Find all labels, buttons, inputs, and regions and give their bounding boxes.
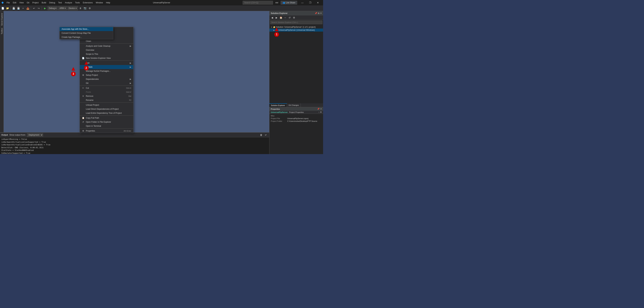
toolbar-publish[interactable]: 📤 <box>26 6 30 10</box>
menu-test[interactable]: Test <box>57 1 63 4</box>
ctx-open-terminal-label: Open in Terminal <box>86 125 131 127</box>
ctx-copy-path-icon: 📋 <box>82 117 84 119</box>
se-settings-button[interactable]: ⚙ <box>292 16 296 20</box>
submenu-associate-store[interactable]: Associate App with the Store... <box>60 27 113 31</box>
ctx-dependencies[interactable]: Dependencies ▶ <box>80 77 133 81</box>
ctx-setup[interactable]: ⚙ Setup Project <box>80 73 133 77</box>
ctx-open-terminal[interactable]: Open in Terminal <box>80 124 133 128</box>
ctx-setup-label: Setup Project <box>86 74 131 76</box>
props-pin-button[interactable]: 📌 <box>317 108 320 110</box>
maximize-button[interactable]: ❐ <box>306 0 314 5</box>
output-source-dropdown[interactable]: Deployment <box>27 133 43 137</box>
ctx-nuget[interactable]: Manage NuGet Packages... <box>80 69 133 73</box>
tab-solution-explorer[interactable]: Solution Explorer <box>269 103 287 107</box>
sidebar-item-server-explorer[interactable]: Server Explorer <box>0 12 3 26</box>
close-button[interactable]: ✕ <box>314 0 322 5</box>
toolbar-run[interactable]: ▶ <box>43 6 47 10</box>
se-search-input[interactable] <box>270 20 322 24</box>
ctx-properties[interactable]: ⚙ Properties Alt+Enter <box>80 129 133 133</box>
ctx-sep1 <box>80 43 133 44</box>
menu-view[interactable]: View <box>18 1 25 4</box>
tree-item-project[interactable]: ▶ 📦 UniversalFtpServer (Universal Window… <box>270 28 323 32</box>
live-share-icon: 👥 <box>282 1 285 4</box>
tab-git-changes[interactable]: Git Changes <box>287 103 301 107</box>
toolbar-new-project[interactable]: 📄 <box>1 6 5 10</box>
menu-tools[interactable]: Tools <box>74 1 81 4</box>
platform-dropdown[interactable]: ARM ▾ <box>58 6 67 10</box>
ctx-new-view[interactable]: 📄 New Solution Explorer View <box>80 56 133 60</box>
ctx-load-direct[interactable]: Load Direct Dependencies of Project <box>80 107 133 111</box>
se-close-button[interactable]: ✕ <box>320 12 322 14</box>
toolbar-save[interactable]: 💾 <box>12 6 16 10</box>
menu-window[interactable]: Window <box>94 1 104 4</box>
live-share-button[interactable]: 👥 Live Share <box>281 1 297 4</box>
props-controls: 📌 ✕ <box>317 108 322 110</box>
submenu-convert-content[interactable]: Convert Content Group Map File <box>60 31 113 35</box>
ctx-new-view-icon: 📄 <box>82 57 84 59</box>
se-back-button[interactable]: ◀ <box>270 16 274 20</box>
solution-tree: ▼ 📁 Solution 'UniversalFtpServer' (1 of … <box>270 25 323 107</box>
ctx-clean[interactable]: Clean <box>80 39 133 43</box>
se-home-button[interactable]: 🏠 <box>279 16 283 20</box>
se-forward-button[interactable]: ▶ <box>274 16 278 20</box>
config-dropdown[interactable]: Debug ▾ <box>48 6 58 10</box>
ctx-scope[interactable]: Scope to This <box>80 52 133 56</box>
ctx-paste[interactable]: Paste Ctrl+V <box>80 90 133 94</box>
ctx-unload[interactable]: Unload Project <box>80 103 133 107</box>
toolbar-open[interactable]: 📁 <box>6 6 10 10</box>
ctx-publish[interactable]: Publish ▶ <box>80 65 133 69</box>
ctx-remove-label: Remove <box>86 95 124 97</box>
props-filter-button[interactable]: ⚙ <box>320 111 322 113</box>
toolbar-more[interactable]: ⚙ <box>88 6 92 10</box>
se-controls: 📌 ⧉ ✕ <box>315 12 322 14</box>
ctx-remove[interactable]: ✕ Remove Del <box>80 94 133 98</box>
ctx-analyze[interactable]: Analyze and Code Cleanup ▶ <box>80 44 133 48</box>
submenu-associate-label: Associate App with the Store... <box>62 28 111 30</box>
sidebar-item-toolbox[interactable]: Toolbox <box>0 27 3 35</box>
menu-file[interactable]: File <box>5 1 11 4</box>
output-wrap-button[interactable]: ↵ <box>264 133 268 137</box>
user-avatar[interactable]: AW <box>274 1 279 4</box>
output-clear-button[interactable]: 🗑 <box>259 133 263 137</box>
menu-debug[interactable]: Debug <box>48 1 56 4</box>
submenu-create-package[interactable]: Create App Package... <box>60 35 113 39</box>
ctx-git[interactable]: Git ▶ <box>80 81 133 85</box>
se-float-button[interactable]: ⧉ <box>318 12 320 14</box>
menu-extensions[interactable]: Extensions <box>82 1 94 4</box>
ctx-paste-label: Paste <box>86 91 121 93</box>
menu-project[interactable]: Project <box>31 1 40 4</box>
se-pin-button[interactable]: 📌 <box>315 12 317 14</box>
ctx-rename[interactable]: Rename F2 <box>80 98 133 102</box>
props-close-button[interactable]: ✕ <box>320 108 322 110</box>
props-subject-type: Project Properties <box>289 111 304 113</box>
toolbar-attach[interactable]: ⏸ <box>78 6 82 10</box>
global-search-input[interactable] <box>243 1 273 4</box>
se-refresh-button[interactable]: ↺ <box>288 16 292 20</box>
toolbar-save-all[interactable]: 💾 <box>16 6 20 10</box>
minimize-button[interactable]: — <box>298 0 306 5</box>
ctx-add[interactable]: Add ▶ <box>80 61 133 65</box>
menu-build[interactable]: Build <box>40 1 48 4</box>
ctx-copy-path[interactable]: 📋 Copy Full Path <box>80 116 133 120</box>
props-sort-button[interactable]: ↕ <box>318 111 320 113</box>
toolbar-add[interactable]: + <box>21 6 25 10</box>
menu-analyze[interactable]: Analyze <box>64 1 74 4</box>
menu-edit[interactable]: Edit <box>12 1 18 4</box>
tree-item-solution[interactable]: ▼ 📁 Solution 'UniversalFtpServer' (1 of … <box>270 25 323 28</box>
props-project-file-value: UniversalFtpServer.csproj <box>287 118 308 120</box>
device-dropdown[interactable]: Device ▾ <box>68 6 78 10</box>
ctx-paste-shortcut: Ctrl+V <box>126 91 131 93</box>
ctx-load-entire[interactable]: Load Entire Dependency Tree of Project <box>80 111 133 115</box>
se-sync-button[interactable]: ↔ <box>283 16 287 20</box>
ctx-cut[interactable]: ✂ Cut Ctrl+X <box>80 86 133 90</box>
ctx-publish-label: Publish <box>86 66 128 68</box>
toolbar-screenshot[interactable]: 📷 <box>83 6 87 10</box>
ctx-overview[interactable]: Overview <box>80 48 133 52</box>
menu-help[interactable]: Help <box>105 1 112 4</box>
ctx-scope-label: Scope to This <box>86 53 131 55</box>
menu-git[interactable]: Git <box>26 1 31 4</box>
toolbar-undo[interactable]: ↩ <box>32 6 36 10</box>
output-header: Output Show output from: Deployment 🗑 ↵ <box>0 133 269 137</box>
ctx-open-folder[interactable]: ↺ Open Folder in File Explorer <box>80 120 133 124</box>
toolbar-redo[interactable]: ↪ <box>37 6 41 10</box>
